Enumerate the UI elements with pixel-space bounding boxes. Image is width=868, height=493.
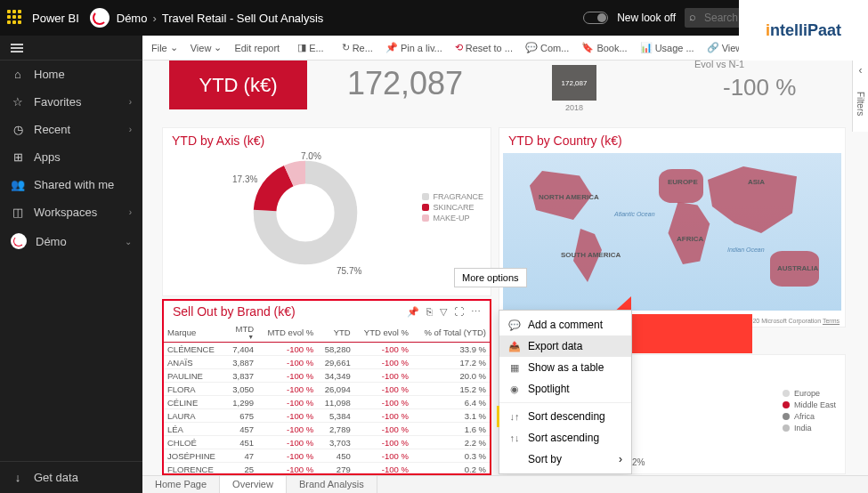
chevron-right-icon: ›: [129, 207, 132, 217]
table-row[interactable]: CHLOÉ451-100 %3,703-100 %2.2 %: [164, 436, 490, 449]
copy-icon[interactable]: ⎘: [426, 306, 433, 318]
column-header[interactable]: YTD: [317, 322, 354, 343]
table-cell: -100 %: [257, 343, 317, 356]
filters-pane-toggle[interactable]: Filters: [852, 61, 868, 132]
nav-home[interactable]: ⌂Home: [0, 61, 142, 88]
ctx-add-comment[interactable]: 💬Add a comment: [499, 314, 631, 335]
table-cell: -100 %: [257, 463, 317, 476]
workspace-avatar[interactable]: [90, 8, 110, 28]
usage-icon: 📊: [640, 42, 653, 53]
table-cell: 3,887: [225, 356, 257, 369]
top-header: Power BI Démo › Travel Retail - Sell Out…: [0, 0, 868, 36]
nav-workspaces[interactable]: ◫Workspaces›: [0, 198, 142, 226]
nav-shared-label: Shared with me: [34, 178, 114, 191]
ytd-mini-card[interactable]: 172,087: [552, 65, 596, 101]
tb-refresh[interactable]: ↻Re...: [337, 39, 378, 56]
nav-recent[interactable]: ◷Recent›: [0, 116, 142, 143]
table-cell: 0.3 %: [412, 449, 490, 463]
new-look-toggle[interactable]: [583, 12, 608, 24]
tb-pin[interactable]: 📌Pin a liv...: [380, 39, 448, 56]
legend-item: Europe: [794, 389, 820, 398]
map-continent-label: AUSTRALIA: [777, 264, 818, 272]
link-icon: 🔗: [707, 42, 719, 53]
column-header[interactable]: Marque: [164, 322, 225, 343]
intellipaat-logo: intelliPaat: [739, 0, 868, 61]
chart-legend: FRAGRANCE SKINCARE MAKE-UP: [422, 190, 483, 224]
table-row[interactable]: FLORENCE25-100 %279-100 %0.2 %: [164, 463, 490, 476]
nav-apps[interactable]: ⊞Apps: [0, 143, 142, 171]
nav-demo[interactable]: Démo⌄: [0, 226, 142, 256]
tab-home[interactable]: Home Page: [142, 476, 220, 493]
table-cell: -100 %: [257, 396, 317, 409]
tb-usage[interactable]: 📊Usage ...: [635, 39, 700, 56]
table-row[interactable]: PAULINE3,837-100 %34,349-100 %20.0 %: [164, 369, 490, 383]
table-cell: 58,280: [317, 343, 354, 356]
ytd-card[interactable]: YTD (k€): [169, 61, 307, 109]
table-cell: -100 %: [257, 409, 317, 423]
table-row[interactable]: CÉLINE1,299-100 %11,098-100 %6.4 %: [164, 396, 490, 409]
table-row[interactable]: CLÉMENCE7,404-100 %58,280-100 %33.9 %: [164, 343, 490, 356]
ctx-sort-desc[interactable]: ↓↑Sort descending: [497, 406, 631, 427]
ytd-by-axis-chart[interactable]: YTD by Axis (k€) 17.3% 7.0% 75.7% FRAGRA…: [162, 127, 491, 296]
mini-value: 172,087: [562, 79, 588, 87]
crumb-workspace[interactable]: Démo: [117, 12, 148, 25]
table-row[interactable]: FLORA3,050-100 %26,094-100 %15.2 %: [164, 383, 490, 396]
nav-collapse-button[interactable]: [0, 36, 142, 61]
nav-shared[interactable]: 👥Shared with me: [0, 171, 142, 198]
crumb-report[interactable]: Travel Retail - Sell Out Analysis: [162, 12, 324, 25]
demo-avatar: [11, 233, 27, 249]
table-cell: 7,404: [225, 343, 257, 356]
table-row[interactable]: JOSÉPHINE47-100 %450-100 %0.3 %: [164, 449, 490, 463]
map-continent-label: SOUTH AMERICA: [561, 251, 621, 259]
ctx-show-table[interactable]: ▦Show as a table: [499, 357, 631, 378]
column-header[interactable]: % of Total (YTD): [412, 322, 490, 343]
column-header[interactable]: YTD evol %: [354, 322, 412, 343]
table-row[interactable]: ANAÏS3,887-100 %29,661-100 %17.2 %: [164, 356, 490, 369]
table-cell: 3,837: [225, 369, 257, 383]
app-launcher-icon[interactable]: [7, 10, 23, 26]
tb-comments[interactable]: 💬Com...: [520, 39, 574, 56]
table-cell: 2.2 %: [412, 436, 490, 449]
table-cell: 450: [317, 449, 354, 463]
map-continent-label: EUROPE: [668, 178, 698, 186]
table-cell: -100 %: [257, 423, 317, 436]
table-row[interactable]: LAURA675-100 %5,384-100 %3.1 %: [164, 409, 490, 423]
table-cell: -100 %: [354, 356, 412, 369]
tb-edit[interactable]: Edit report: [229, 40, 285, 56]
column-header[interactable]: MTD evol %: [257, 322, 317, 343]
tab-brand[interactable]: Brand Analysis: [287, 476, 377, 493]
tb-view[interactable]: View ⌄: [185, 39, 228, 56]
legend-item: Africa: [794, 412, 815, 421]
ctx-spotlight[interactable]: ◉Spotlight: [499, 378, 631, 400]
ctx-sort-by[interactable]: Sort by›: [499, 449, 631, 470]
table-cell: -100 %: [354, 409, 412, 423]
ytd-value: 172,087: [347, 65, 463, 102]
sellout-by-brand-table[interactable]: Sell Out by Brand (k€) 📌 ⎘ ▽ ⛶ ⋯ MarqueM…: [162, 299, 491, 475]
apps-icon: ⊞: [11, 150, 25, 164]
table-cell: 20.0 %: [412, 369, 490, 383]
ctx-export-data[interactable]: 📤Export data: [499, 335, 631, 357]
focus-icon[interactable]: ⛶: [454, 306, 464, 318]
filter-icon[interactable]: ▽: [440, 306, 447, 318]
chevron-right-icon: ›: [129, 125, 132, 134]
get-data-button[interactable]: ↓Get data: [0, 461, 142, 493]
tb-explore[interactable]: ◨E...: [292, 39, 329, 56]
more-icon[interactable]: ⋯: [471, 306, 481, 318]
table-cell: -100 %: [354, 449, 412, 463]
star-icon: ☆: [11, 95, 25, 109]
column-header[interactable]: MTD▼: [225, 322, 257, 343]
map-continent-label: AFRICA: [677, 235, 703, 243]
ctx-sort-asc[interactable]: ↑↓Sort ascending: [499, 427, 631, 449]
ytd-by-country-map[interactable]: YTD by Country (k€) NORTH AMERICA SOUTH …: [499, 127, 846, 327]
nav-favorites[interactable]: ☆Favorites›: [0, 88, 142, 116]
tb-file[interactable]: File ⌄: [146, 39, 183, 56]
table-cell: 1.6 %: [412, 423, 490, 436]
more-options-tooltip: More options: [454, 268, 527, 287]
map-area[interactable]: NORTH AMERICA SOUTH AMERICA EUROPE AFRIC…: [503, 153, 841, 311]
tab-overview[interactable]: Overview: [220, 476, 287, 493]
tb-bookmarks[interactable]: 🔖Book...: [576, 39, 632, 56]
table-row[interactable]: LÉA457-100 %2,789-100 %1.6 %: [164, 423, 490, 436]
terms-link[interactable]: Terms: [823, 318, 840, 324]
pin-icon[interactable]: 📌: [407, 306, 419, 318]
tb-reset[interactable]: ⟲Reset to ...: [450, 39, 518, 56]
